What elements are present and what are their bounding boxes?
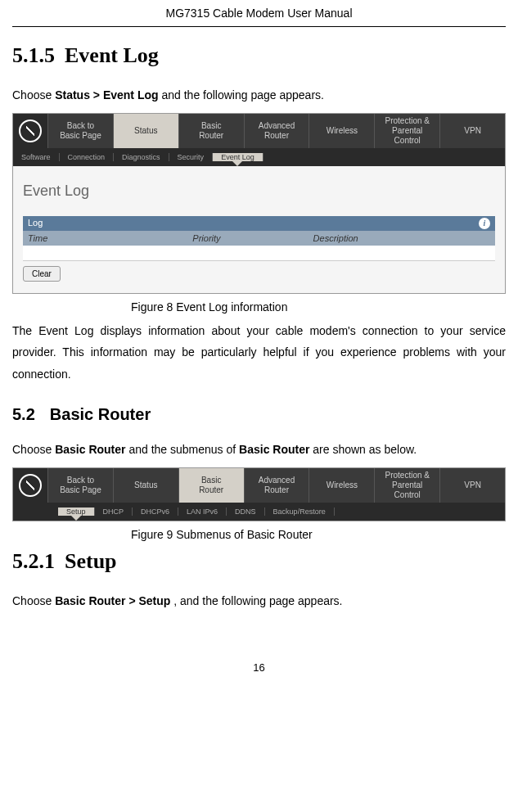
page-number: 16 xyxy=(12,661,506,686)
figure-8-screenshot: Back to Basic Page Status Basic Router A… xyxy=(12,113,506,294)
text: , and the following page appears. xyxy=(170,594,342,607)
sub-nav: Setup DHCP DHCPv6 LAN IPv6 DDNS Backup/R… xyxy=(13,503,505,521)
log-table-body xyxy=(23,246,495,261)
section-title: Setup xyxy=(65,549,117,573)
heading-5.2.1: 5.2.1Setup xyxy=(12,549,506,574)
section-title: Basic Router xyxy=(50,405,151,423)
nav-back[interactable]: Back to Basic Page xyxy=(47,114,113,148)
heading-5.1.5: 5.1.5Event Log xyxy=(12,43,506,68)
subnav-setup[interactable]: Setup xyxy=(58,508,95,516)
subnav-software[interactable]: Software xyxy=(13,153,60,161)
col-priority: Priority xyxy=(187,233,308,243)
subnav-backup[interactable]: Backup/Restore xyxy=(265,508,335,516)
info-icon[interactable]: i xyxy=(479,218,490,229)
subnav-lanipv6[interactable]: LAN IPv6 xyxy=(178,508,227,516)
heading-5.2: 5.2Basic Router xyxy=(12,405,506,424)
nav-basic-router[interactable]: Basic Router xyxy=(178,468,244,503)
section-number: 5.2 xyxy=(12,405,35,424)
col-time: Time xyxy=(23,233,187,243)
nav-protection[interactable]: Protection & Parental Control xyxy=(374,114,439,148)
nav-back[interactable]: Back to Basic Page xyxy=(47,468,113,503)
document-header: MG7315 Cable Modem User Manual xyxy=(12,0,506,27)
nav-protection[interactable]: Protection & Parental Control xyxy=(374,468,439,503)
subnav-security[interactable]: Security xyxy=(169,153,214,161)
figure-9-caption: Figure 9 Submenus of Basic Router xyxy=(131,528,506,541)
log-label-bar: Log i xyxy=(23,216,495,231)
figure-8-caption: Figure 8 Event Log information xyxy=(131,300,506,314)
log-label: Log xyxy=(28,218,43,229)
nav-basic-router[interactable]: Basic Router xyxy=(178,114,244,148)
col-description: Description xyxy=(309,233,495,243)
subnav-ddns[interactable]: DDNS xyxy=(227,508,265,516)
nav-vpn[interactable]: VPN xyxy=(439,468,505,503)
text: are shown as below. xyxy=(309,443,417,456)
main-nav: Back to Basic Page Status Basic Router A… xyxy=(13,114,505,148)
section-number: 5.1.5 xyxy=(12,43,55,68)
nav-status[interactable]: Status xyxy=(113,468,178,503)
figure-9-screenshot: Back to Basic Page Status Basic Router A… xyxy=(12,467,506,521)
nav-vpn[interactable]: VPN xyxy=(439,114,505,148)
nav-status[interactable]: Status xyxy=(113,114,178,148)
nav-wireless[interactable]: Wireless xyxy=(309,468,374,503)
subnav-dhcpv6[interactable]: DHCPv6 xyxy=(133,508,178,516)
bold-path: Status > Event Log xyxy=(55,88,158,102)
bold: Basic Router xyxy=(239,443,309,456)
text: and the submenus of xyxy=(126,443,240,456)
subnav-connection[interactable]: Connection xyxy=(60,153,115,161)
subnav-diagnostics[interactable]: Diagnostics xyxy=(114,153,169,161)
bold-path: Basic Router > Setup xyxy=(55,594,170,607)
bold: Basic Router xyxy=(55,443,125,456)
text: and the following page appears. xyxy=(159,88,324,102)
nav-wireless[interactable]: Wireless xyxy=(309,114,374,148)
main-nav: Back to Basic Page Status Basic Router A… xyxy=(13,468,505,503)
content-area: Event Log Log i Time Priority Descriptio… xyxy=(13,166,505,293)
intro-paragraph-521: Choose Basic Router > Setup , and the fo… xyxy=(12,590,506,612)
text: Choose xyxy=(12,88,55,102)
subnav-eventlog[interactable]: Event Log xyxy=(213,153,264,161)
sub-nav: Software Connection Diagnostics Security… xyxy=(13,148,505,166)
subnav-dhcp[interactable]: DHCP xyxy=(95,508,133,516)
nav-advanced-router[interactable]: Advanced Router xyxy=(244,468,309,503)
clear-button[interactable]: Clear xyxy=(23,266,61,282)
text: Choose xyxy=(12,443,55,456)
text: Choose xyxy=(12,594,55,607)
section-number: 5.2.1 xyxy=(12,549,55,574)
intro-paragraph-52: Choose Basic Router and the submenus of … xyxy=(12,439,506,461)
page-title: Event Log xyxy=(23,183,495,200)
motorola-logo xyxy=(13,468,47,503)
intro-paragraph-515: Choose Status > Event Log and the follow… xyxy=(12,84,506,106)
log-table-headers: Time Priority Description xyxy=(23,231,495,246)
section-title: Event Log xyxy=(65,43,159,67)
nav-advanced-router[interactable]: Advanced Router xyxy=(244,114,309,148)
motorola-logo xyxy=(13,114,47,148)
paragraph-event-log-desc: The Event Log displays information about… xyxy=(12,320,506,386)
